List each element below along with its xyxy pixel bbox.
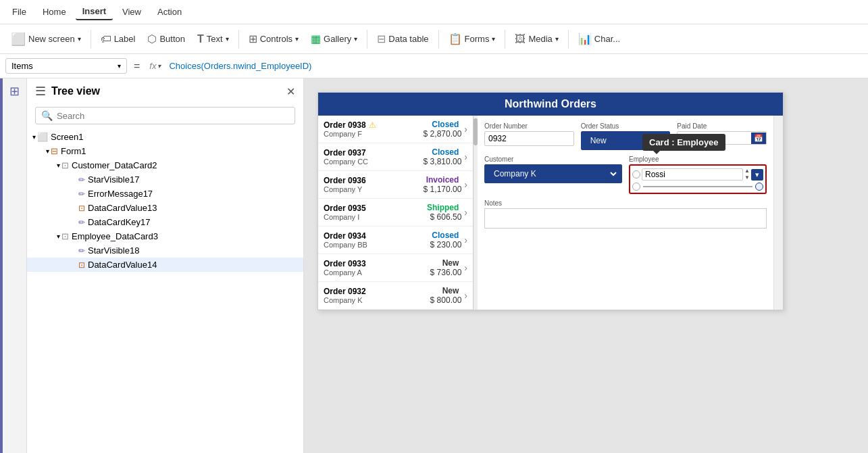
order-0936-amount: $ 1,170.00 bbox=[424, 185, 462, 194]
employee-dropdown-btn[interactable]: ▾ bbox=[751, 169, 763, 181]
search-bar: 🔍 bbox=[35, 107, 295, 124]
order-item-0935[interactable]: Order 0935 Company I Shipped $ 606.50 › bbox=[318, 199, 473, 226]
notes-field: Notes bbox=[484, 199, 767, 229]
menu-insert[interactable]: Insert bbox=[76, 3, 113, 20]
detail-scrollbar[interactable] bbox=[773, 116, 783, 310]
order-item-0936[interactable]: Order 0936 Company Y Invoiced $ 1,170.00… bbox=[318, 171, 473, 199]
employee-spin-down[interactable]: ▼ bbox=[744, 174, 750, 181]
menu-file[interactable]: File bbox=[5, 4, 33, 20]
label-button[interactable]: 🏷 Label bbox=[95, 30, 141, 48]
employee-input[interactable] bbox=[642, 168, 743, 181]
order-0938-company: Company F bbox=[324, 130, 424, 138]
tree-item-employee-datacard3[interactable]: ▾ ⊡ Employee_DataCard3 bbox=[27, 229, 303, 243]
dcv14-icon: ⊡ bbox=[78, 260, 85, 270]
media-arrow: ▾ bbox=[555, 35, 559, 43]
order-0935-status-block: Shipped $ 606.50 bbox=[427, 203, 461, 222]
sv18-icon: ✏ bbox=[78, 246, 85, 256]
button-icon: ⬡ bbox=[147, 32, 157, 45]
order-0933-info: Order 0933 Company A bbox=[324, 259, 430, 277]
tree-item-datacardvalue14[interactable]: ⊡ DataCardValue14 bbox=[27, 258, 303, 272]
order-0937-status: Closed bbox=[424, 147, 459, 157]
screen1-icon: ⬜ bbox=[37, 132, 48, 142]
order-item-0938[interactable]: Order 0938 ⚠ Company F Closed $ 2,870.00… bbox=[318, 116, 473, 143]
screen1-label: Screen1 bbox=[51, 132, 83, 142]
label-icon: 🏷 bbox=[101, 33, 111, 45]
northwind-body: Order 0938 ⚠ Company F Closed $ 2,870.00… bbox=[318, 116, 783, 310]
order-item-0933[interactable]: Order 0933 Company A New $ 736.00 › bbox=[318, 254, 473, 282]
order-0933-chevron: › bbox=[464, 262, 467, 273]
controls-btn-label: Controls bbox=[260, 34, 292, 44]
button-button[interactable]: ⬡ Button bbox=[142, 30, 190, 48]
employee-circle-left bbox=[632, 170, 640, 178]
layers-icon[interactable]: ⊞ bbox=[9, 84, 20, 99]
tree-view-header: ☰ Tree view ✕ bbox=[27, 78, 303, 104]
sv17-label: StarVisible17 bbox=[88, 174, 139, 185]
forms-btn-label: Forms bbox=[465, 34, 490, 44]
data-table-icon: ⊟ bbox=[377, 32, 386, 45]
tree-item-starvisible18[interactable]: ✏ StarVisible18 bbox=[27, 243, 303, 258]
charts-button[interactable]: 📊 Char... bbox=[573, 30, 626, 48]
order-0932-company: Company K bbox=[324, 296, 430, 304]
northwind-orders-card: Northwind Orders Order 0938 ⚠ Company F bbox=[317, 92, 784, 310]
employee-spin-up[interactable]: ▲ bbox=[744, 168, 750, 174]
northwind-header: Northwind Orders bbox=[318, 93, 783, 116]
gallery-button[interactable]: ▦ Gallery ▾ bbox=[305, 30, 363, 48]
customer-dc2-label: Customer_DataCard2 bbox=[72, 160, 157, 170]
calendar-icon[interactable]: 📅 bbox=[751, 133, 766, 144]
gallery-btn-label: Gallery bbox=[324, 34, 351, 44]
formula-bar: Items ▾ = fx ▾ bbox=[0, 54, 868, 78]
tree-item-datacardkey17[interactable]: ✏ DataCardKey17 bbox=[27, 215, 303, 229]
customer-dc2-icon: ⊡ bbox=[61, 160, 69, 170]
order-0934-amount: $ 230.00 bbox=[430, 240, 462, 249]
tree-item-customer-datacard2[interactable]: ▾ ⊡ Customer_DataCard2 bbox=[27, 158, 303, 172]
data-table-button[interactable]: ⊟ Data table bbox=[372, 30, 434, 48]
close-panel-button[interactable]: ✕ bbox=[286, 85, 295, 98]
customer-select[interactable]: Company K bbox=[488, 166, 619, 181]
order-0937-num: Order 0937 bbox=[324, 148, 424, 158]
tree-item-form1[interactable]: ▾ ⊟ Form1 bbox=[27, 144, 303, 158]
new-screen-button[interactable]: ⬜ New screen ▾ bbox=[5, 29, 86, 49]
tree-item-starvisible17[interactable]: ✏ StarVisible17 bbox=[27, 172, 303, 187]
notes-input[interactable] bbox=[484, 208, 767, 229]
media-btn-label: Media bbox=[528, 34, 552, 44]
order-0936-status-block: Invoiced $ 1,170.00 bbox=[424, 175, 462, 194]
employee-tooltip: Card : Employee bbox=[642, 134, 725, 151]
order-0933-amount: $ 736.00 bbox=[430, 268, 462, 277]
order-0934-status-block: Closed $ 230.00 bbox=[430, 231, 462, 249]
tree-view: ▾ ⬜ Screen1 ▾ ⊟ Form1 ▾ ⊡ Customer_DataC… bbox=[27, 127, 303, 453]
tree-item-datacardvalue13[interactable]: ⊡ DataCardValue13 bbox=[27, 201, 303, 215]
menu-view[interactable]: View bbox=[116, 4, 148, 20]
media-button[interactable]: 🖼 Media ▾ bbox=[509, 30, 563, 48]
tree-item-errormessage17[interactable]: ✏ ErrorMessage17 bbox=[27, 187, 303, 201]
employee-circle-right bbox=[755, 183, 763, 191]
order-0937-chevron: › bbox=[464, 151, 467, 162]
equals-sign: = bbox=[130, 60, 144, 72]
formula-input[interactable] bbox=[166, 59, 863, 72]
form1-label: Form1 bbox=[61, 146, 86, 156]
customer-label: Customer bbox=[484, 156, 622, 163]
order-0933-status-block: New $ 736.00 bbox=[430, 258, 462, 277]
order-0934-company: Company BB bbox=[324, 241, 430, 249]
search-input[interactable] bbox=[57, 111, 289, 121]
divider6 bbox=[568, 30, 569, 49]
order-item-0937[interactable]: Order 0937 Company CC Closed $ 3,810.00 … bbox=[318, 143, 473, 171]
order-item-0934[interactable]: Order 0934 Company BB Closed $ 230.00 › bbox=[318, 226, 473, 254]
tree-item-screen1[interactable]: ▾ ⬜ Screen1 bbox=[27, 130, 303, 144]
order-number-input[interactable] bbox=[484, 131, 574, 146]
emp-dc3-label: Employee_DataCard3 bbox=[72, 231, 158, 241]
forms-button[interactable]: 📋 Forms ▾ bbox=[443, 30, 501, 48]
order-0934-num: Order 0934 bbox=[324, 231, 430, 241]
property-dropdown[interactable]: Items ▾ bbox=[5, 58, 127, 74]
dck17-icon: ✏ bbox=[78, 218, 85, 227]
hamburger-icon[interactable]: ☰ bbox=[35, 84, 46, 99]
menu-home[interactable]: Home bbox=[36, 4, 73, 20]
controls-button[interactable]: ⊞ Controls ▾ bbox=[243, 30, 304, 48]
text-button[interactable]: T Text ▾ bbox=[192, 30, 234, 48]
forms-icon: 📋 bbox=[449, 32, 462, 45]
dcv13-icon: ⊡ bbox=[78, 204, 85, 213]
menu-action[interactable]: Action bbox=[151, 4, 188, 20]
order-item-0932[interactable]: Order 0932 Company K New $ 800.00 › bbox=[318, 282, 473, 310]
search-icon: 🔍 bbox=[41, 110, 53, 121]
order-number-field: Order Number bbox=[484, 122, 574, 150]
button-btn-label: Button bbox=[159, 34, 185, 44]
